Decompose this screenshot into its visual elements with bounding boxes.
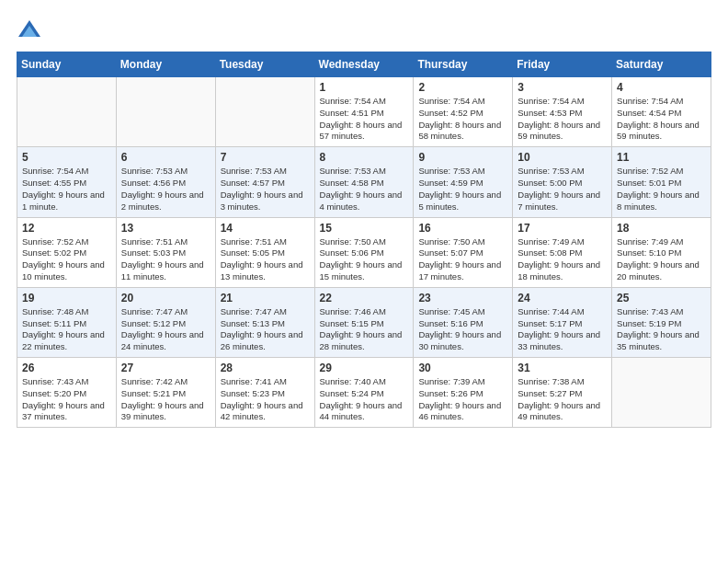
day-number: 9: [418, 151, 507, 164]
day-number: 25: [617, 292, 706, 304]
day-info: Sunrise: 7:44 AM Sunset: 5:17 PM Dayligh…: [518, 306, 607, 353]
day-number: 1: [320, 81, 409, 94]
day-cell-6: 6Sunrise: 7:53 AM Sunset: 4:56 PM Daylig…: [116, 147, 215, 217]
day-number: 4: [617, 81, 706, 94]
week-row-4: 19Sunrise: 7:48 AM Sunset: 5:11 PM Dayli…: [17, 287, 711, 357]
logo: [17, 17, 46, 42]
day-cell-24: 24Sunrise: 7:44 AM Sunset: 5:17 PM Dayli…: [513, 287, 612, 357]
day-cell-7: 7Sunrise: 7:53 AM Sunset: 4:57 PM Daylig…: [215, 147, 314, 217]
day-info: Sunrise: 7:49 AM Sunset: 5:08 PM Dayligh…: [518, 236, 607, 283]
day-number: 10: [518, 151, 607, 164]
day-number: 21: [221, 292, 310, 304]
day-cell-31: 31Sunrise: 7:38 AM Sunset: 5:27 PM Dayli…: [513, 358, 612, 428]
day-info: Sunrise: 7:40 AM Sunset: 5:24 PM Dayligh…: [320, 376, 409, 423]
day-cell-15: 15Sunrise: 7:50 AM Sunset: 5:06 PM Dayli…: [314, 217, 414, 287]
day-cell-17: 17Sunrise: 7:49 AM Sunset: 5:08 PM Dayli…: [513, 217, 612, 287]
day-cell-12: 12Sunrise: 7:52 AM Sunset: 5:02 PM Dayli…: [17, 217, 117, 287]
day-number: 13: [121, 222, 210, 235]
day-cell-3: 3Sunrise: 7:54 AM Sunset: 4:53 PM Daylig…: [513, 77, 612, 147]
day-number: 3: [518, 81, 607, 94]
header-row: SundayMondayTuesdayWednesdayThursdayFrid…: [17, 52, 711, 77]
day-number: 16: [418, 222, 507, 235]
empty-cell: [612, 358, 711, 428]
day-info: Sunrise: 7:53 AM Sunset: 4:57 PM Dayligh…: [221, 166, 310, 213]
day-number: 28: [221, 362, 310, 374]
day-cell-26: 26Sunrise: 7:43 AM Sunset: 5:20 PM Dayli…: [17, 358, 117, 428]
day-info: Sunrise: 7:52 AM Sunset: 5:01 PM Dayligh…: [617, 166, 706, 213]
week-row-3: 12Sunrise: 7:52 AM Sunset: 5:02 PM Dayli…: [17, 217, 711, 287]
col-header-monday: Monday: [116, 52, 215, 77]
day-number: 6: [121, 151, 210, 164]
day-info: Sunrise: 7:45 AM Sunset: 5:16 PM Dayligh…: [418, 306, 507, 353]
week-row-2: 5Sunrise: 7:54 AM Sunset: 4:55 PM Daylig…: [17, 147, 711, 217]
col-header-friday: Friday: [513, 52, 612, 77]
col-header-sunday: Sunday: [17, 52, 117, 77]
col-header-thursday: Thursday: [414, 52, 513, 77]
day-cell-18: 18Sunrise: 7:49 AM Sunset: 5:10 PM Dayli…: [612, 217, 711, 287]
day-info: Sunrise: 7:54 AM Sunset: 4:53 PM Dayligh…: [518, 96, 607, 143]
day-cell-30: 30Sunrise: 7:39 AM Sunset: 5:26 PM Dayli…: [414, 358, 513, 428]
day-cell-8: 8Sunrise: 7:53 AM Sunset: 4:58 PM Daylig…: [314, 147, 414, 217]
day-number: 7: [221, 151, 310, 164]
day-cell-20: 20Sunrise: 7:47 AM Sunset: 5:12 PM Dayli…: [116, 287, 215, 357]
day-number: 11: [617, 151, 706, 164]
day-cell-11: 11Sunrise: 7:52 AM Sunset: 5:01 PM Dayli…: [612, 147, 711, 217]
day-cell-21: 21Sunrise: 7:47 AM Sunset: 5:13 PM Dayli…: [215, 287, 314, 357]
empty-cell: [116, 77, 215, 147]
day-cell-16: 16Sunrise: 7:50 AM Sunset: 5:07 PM Dayli…: [414, 217, 513, 287]
day-number: 31: [518, 362, 607, 374]
day-number: 23: [418, 292, 507, 304]
day-cell-19: 19Sunrise: 7:48 AM Sunset: 5:11 PM Dayli…: [17, 287, 117, 357]
day-info: Sunrise: 7:47 AM Sunset: 5:12 PM Dayligh…: [121, 306, 210, 353]
day-number: 24: [518, 292, 607, 304]
page: SundayMondayTuesdayWednesdayThursdayFrid…: [0, 0, 728, 563]
day-info: Sunrise: 7:49 AM Sunset: 5:10 PM Dayligh…: [617, 236, 706, 283]
day-number: 30: [418, 362, 507, 374]
empty-cell: [17, 77, 117, 147]
day-number: 29: [320, 362, 409, 374]
day-number: 2: [418, 81, 507, 94]
day-info: Sunrise: 7:53 AM Sunset: 4:56 PM Dayligh…: [121, 166, 210, 213]
day-cell-9: 9Sunrise: 7:53 AM Sunset: 4:59 PM Daylig…: [414, 147, 513, 217]
day-info: Sunrise: 7:50 AM Sunset: 5:06 PM Dayligh…: [320, 236, 409, 283]
day-cell-13: 13Sunrise: 7:51 AM Sunset: 5:03 PM Dayli…: [116, 217, 215, 287]
day-info: Sunrise: 7:43 AM Sunset: 5:20 PM Dayligh…: [22, 376, 111, 423]
day-cell-4: 4Sunrise: 7:54 AM Sunset: 4:54 PM Daylig…: [612, 77, 711, 147]
day-info: Sunrise: 7:43 AM Sunset: 5:19 PM Dayligh…: [617, 306, 706, 353]
day-info: Sunrise: 7:54 AM Sunset: 4:52 PM Dayligh…: [418, 96, 507, 143]
day-number: 14: [221, 222, 310, 235]
day-number: 5: [22, 151, 111, 164]
day-cell-27: 27Sunrise: 7:42 AM Sunset: 5:21 PM Dayli…: [116, 358, 215, 428]
day-info: Sunrise: 7:51 AM Sunset: 5:05 PM Dayligh…: [221, 236, 310, 283]
day-info: Sunrise: 7:41 AM Sunset: 5:23 PM Dayligh…: [221, 376, 310, 423]
day-info: Sunrise: 7:53 AM Sunset: 4:58 PM Dayligh…: [320, 166, 409, 213]
header: [17, 17, 711, 42]
day-number: 15: [320, 222, 409, 235]
day-number: 20: [121, 292, 210, 304]
day-info: Sunrise: 7:46 AM Sunset: 5:15 PM Dayligh…: [320, 306, 409, 353]
day-info: Sunrise: 7:50 AM Sunset: 5:07 PM Dayligh…: [418, 236, 507, 283]
day-info: Sunrise: 7:52 AM Sunset: 5:02 PM Dayligh…: [22, 236, 111, 283]
logo-icon: [17, 17, 42, 42]
day-number: 22: [320, 292, 409, 304]
calendar: SundayMondayTuesdayWednesdayThursdayFrid…: [17, 52, 711, 428]
day-info: Sunrise: 7:51 AM Sunset: 5:03 PM Dayligh…: [121, 236, 210, 283]
day-cell-10: 10Sunrise: 7:53 AM Sunset: 5:00 PM Dayli…: [513, 147, 612, 217]
day-info: Sunrise: 7:54 AM Sunset: 4:55 PM Dayligh…: [22, 166, 111, 213]
week-row-5: 26Sunrise: 7:43 AM Sunset: 5:20 PM Dayli…: [17, 358, 711, 428]
day-info: Sunrise: 7:54 AM Sunset: 4:51 PM Dayligh…: [320, 96, 409, 143]
week-row-1: 1Sunrise: 7:54 AM Sunset: 4:51 PM Daylig…: [17, 77, 711, 147]
day-info: Sunrise: 7:47 AM Sunset: 5:13 PM Dayligh…: [221, 306, 310, 353]
day-cell-1: 1Sunrise: 7:54 AM Sunset: 4:51 PM Daylig…: [314, 77, 414, 147]
day-cell-22: 22Sunrise: 7:46 AM Sunset: 5:15 PM Dayli…: [314, 287, 414, 357]
day-cell-23: 23Sunrise: 7:45 AM Sunset: 5:16 PM Dayli…: [414, 287, 513, 357]
day-number: 12: [22, 222, 111, 235]
day-info: Sunrise: 7:48 AM Sunset: 5:11 PM Dayligh…: [22, 306, 111, 353]
day-cell-14: 14Sunrise: 7:51 AM Sunset: 5:05 PM Dayli…: [215, 217, 314, 287]
day-info: Sunrise: 7:38 AM Sunset: 5:27 PM Dayligh…: [518, 376, 607, 423]
day-number: 18: [617, 222, 706, 235]
day-number: 26: [22, 362, 111, 374]
day-info: Sunrise: 7:42 AM Sunset: 5:21 PM Dayligh…: [121, 376, 210, 423]
day-cell-2: 2Sunrise: 7:54 AM Sunset: 4:52 PM Daylig…: [414, 77, 513, 147]
day-number: 27: [121, 362, 210, 374]
